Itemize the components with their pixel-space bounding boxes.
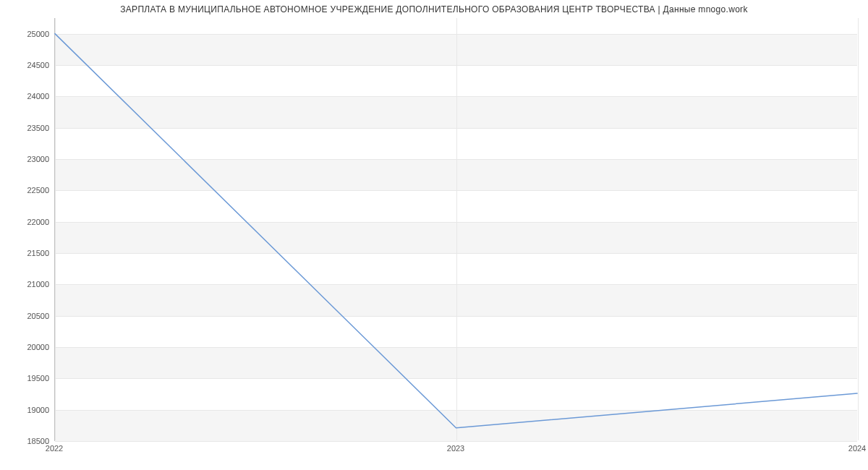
y-tick-label: 25000 [6,30,49,38]
y-tick-label: 22000 [6,218,49,226]
x-tick-label: 2022 [46,444,63,453]
series-line [55,34,857,428]
y-tick-label: 24000 [6,92,49,101]
y-tick-label: 20000 [6,343,49,351]
gridline-horizontal [55,441,857,442]
y-tick-label: 19000 [6,406,49,414]
y-tick-label: 21500 [6,249,49,257]
y-tick-label: 20500 [6,312,49,320]
chart-title: ЗАРПЛАТА В МУНИЦИПАЛЬНОЕ АВТОНОМНОЕ УЧРЕ… [0,4,868,14]
y-tick-label: 19500 [6,374,49,383]
line-layer [55,18,857,440]
y-tick-label: 22500 [6,186,49,195]
x-tick-label: 2024 [848,444,866,453]
y-tick-label: 23500 [6,124,49,132]
gridline-vertical [858,18,859,440]
y-tick-label: 21000 [6,280,49,289]
y-tick-label: 24500 [6,61,49,69]
plot-area [54,18,857,441]
y-tick-label: 18500 [6,437,49,445]
chart-container: ЗАРПЛАТА В МУНИЦИПАЛЬНОЕ АВТОНОМНОЕ УЧРЕ… [0,0,868,470]
y-tick-label: 23000 [6,155,49,163]
x-tick-label: 2023 [447,444,464,453]
